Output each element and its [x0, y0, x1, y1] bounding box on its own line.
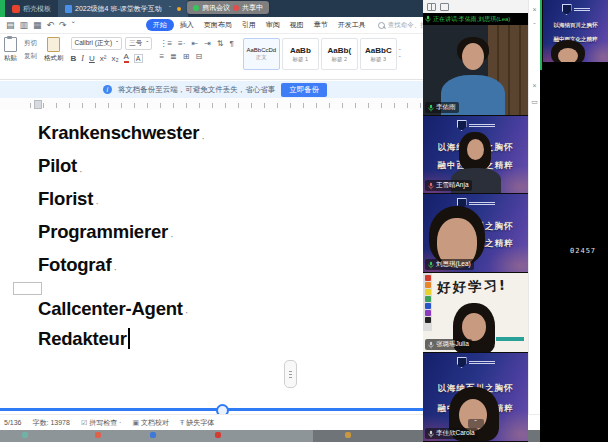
align-left-icon[interactable]: ≡ — [159, 52, 164, 61]
style-heading1[interactable]: AaBb 标题 1 — [282, 38, 319, 70]
floating-self-video[interactable]: 以海纳百川之胸怀 融中西文化之精粹 — [543, 0, 608, 62]
mic-muted-icon — [428, 182, 434, 190]
ribbon-tab-review[interactable]: 审阅 — [262, 19, 284, 31]
ribbon-tab-page-layout[interactable]: 页面布局 — [200, 19, 236, 31]
speaking-indicator-bar: 正在讲话:李佑雨,刘思琪(Lea) — [423, 13, 528, 25]
university-emblem — [457, 120, 495, 131]
proof-icon: ▣ — [132, 419, 139, 427]
unsaved-dot — [177, 7, 181, 11]
tab-label: 稻壳模板 — [23, 4, 51, 14]
ribbon-tab-section[interactable]: 章节 — [310, 19, 332, 31]
ribbon-tab-view[interactable]: 视图 — [286, 19, 308, 31]
word-count[interactable]: 字数: 13978 — [33, 418, 70, 428]
panel-header — [423, 0, 528, 13]
participant-video[interactable]: 好好学习! 张璐瑶Julia — [423, 273, 528, 352]
ribbon-tab-insert[interactable]: 插入 — [176, 19, 198, 31]
wps-side-panel-strip: × ˆ × ▭ — [528, 0, 540, 414]
ribbon-tabs: 开始 插入 页面布局 引用 审阅 视图 章节 开发工具 — [146, 19, 370, 31]
line-spacing-icon[interactable]: ⇅ — [217, 39, 224, 48]
save-icon[interactable]: ▤ — [6, 20, 15, 30]
indent-left-icon[interactable]: ⇤ — [191, 39, 198, 48]
participant-name-label: 张璐瑶Julia — [425, 339, 472, 350]
bold-button[interactable]: B — [71, 54, 77, 63]
layout-grid-icon[interactable] — [427, 3, 436, 11]
participant-name-label: 刘思琪(Lea) — [425, 259, 474, 270]
font-color-button[interactable]: A — [124, 53, 129, 63]
meeting-shield-icon — [193, 5, 199, 11]
taskbar-app-icon[interactable] — [95, 432, 101, 438]
justify-icon[interactable]: ≣ — [170, 52, 177, 61]
subscript-button[interactable]: x₂ — [111, 54, 118, 63]
collapse-up-icon[interactable]: ˆ — [533, 19, 535, 35]
participant-name-label: 李佑雨 — [425, 102, 459, 113]
close-icon[interactable]: × — [532, 3, 536, 19]
mic-icon — [428, 341, 434, 349]
marker-tray — [496, 337, 524, 341]
borders-icon[interactable]: ⊟ — [195, 52, 202, 61]
close-icon[interactable]: × — [532, 79, 536, 95]
more-icon[interactable]: ˇ — [72, 20, 75, 30]
taskbar-app-icon[interactable] — [150, 432, 156, 438]
taskbar-app-icon[interactable] — [22, 432, 28, 438]
spell-check-toggle[interactable]: ☑ 拼写检查 · — [81, 418, 122, 428]
taskbar-app-icon[interactable] — [345, 432, 351, 438]
tab-docer-templates[interactable]: 稻壳模板 — [5, 0, 58, 17]
print-icon[interactable]: ▥ — [20, 20, 29, 30]
export-icon[interactable]: ▦ — [33, 20, 42, 30]
format-painter-button[interactable]: 格式刷 — [44, 37, 64, 63]
undo-icon[interactable]: ↶ — [47, 20, 55, 30]
docer-icon — [12, 5, 20, 13]
numbering-icon[interactable]: ≡· — [178, 39, 185, 48]
meeting-share-pill[interactable]: 腾讯会议 共享中 — [187, 1, 269, 14]
shield-icon — [457, 357, 467, 368]
mic-icon — [428, 430, 434, 438]
ribbon-tab-references[interactable]: 引用 — [238, 19, 260, 31]
ribbon-tab-dev-tools[interactable]: 开发工具 — [334, 19, 370, 31]
doc-proof-toggle[interactable]: ▣ 文档校对 — [132, 418, 169, 428]
mic-icon — [428, 261, 434, 269]
gallery-down-icon[interactable]: ˇ — [399, 55, 401, 61]
recording-timer: 02457 — [570, 247, 596, 255]
underline-button[interactable]: U — [89, 54, 95, 63]
shield-icon — [457, 120, 467, 131]
pilcrow-icon[interactable]: ¶ — [230, 39, 234, 48]
shading-icon[interactable]: ⊞ — [183, 52, 190, 61]
font-size-select[interactable]: 三号 ˇ — [125, 37, 152, 50]
collapse-panel-chevron[interactable]: ˇ — [468, 419, 484, 428]
backup-now-button[interactable]: 立即备份 — [281, 83, 327, 97]
bullets-icon[interactable]: ⋮≡ — [159, 39, 172, 48]
search-icon — [378, 22, 385, 29]
share-status: 共享中 — [242, 3, 263, 13]
screen: 稻壳模板 2022级德4 班-课堂教学互动 ˇ + 腾讯会议 共享中 ▤ ▥ ▦… — [0, 0, 608, 442]
italic-button[interactable]: I — [81, 54, 84, 63]
sharing-icon — [233, 5, 239, 11]
redo-icon[interactable]: ↷ — [59, 20, 67, 30]
paste-button[interactable]: 粘贴 — [4, 37, 17, 63]
ribbon-tab-home[interactable]: 开始 — [146, 19, 174, 31]
missing-font-indicator[interactable]: Ŧ 缺失字体 — [180, 418, 214, 428]
banner-text: 以海纳百川之胸怀 — [543, 22, 608, 29]
panel-box-icon[interactable]: ▭ — [531, 95, 538, 111]
participant-video[interactable]: 李佑雨 — [423, 25, 528, 115]
participant-video[interactable]: 以海纳百川之胸怀 融中西文化之精粹 ˇ 李佳欣Carola — [423, 353, 528, 441]
style-normal[interactable]: AaBbCcDd 正文 — [243, 38, 280, 70]
cut-button[interactable]: 剪切 — [24, 39, 37, 48]
font-name-select[interactable]: Calibri (正文) ˇ — [71, 37, 123, 50]
university-emblem — [457, 357, 495, 368]
expand-icon[interactable] — [440, 3, 449, 11]
participant-video[interactable]: 以海纳百川之胸怀 融中西文化之精粹 王雪晴Anja — [423, 116, 528, 193]
dropdown-icon: ˇ — [146, 40, 148, 47]
indent-right-icon[interactable]: ⇥ — [204, 39, 211, 48]
checkbox-icon: ☑ — [81, 419, 87, 427]
tab-current-document[interactable]: 2022级德4 班-课堂教学互动 ˇ — [58, 0, 188, 17]
style-heading2[interactable]: AaBb( 标题 2 — [321, 38, 358, 70]
gallery-up-icon[interactable]: ˆ — [399, 48, 401, 54]
character-border-button[interactable]: A — [134, 54, 143, 63]
copy-button[interactable]: 复制 — [24, 52, 37, 61]
taskbar-app-icon[interactable] — [215, 432, 221, 438]
superscript-button[interactable]: x² — [100, 54, 107, 63]
style-heading3[interactable]: AaBbC 标题 3 — [360, 38, 397, 70]
paragraph-group: ⋮≡ ≡· ⇤ ⇥ ⇅ ¶ ≡ ≣ ⊞ ⊟ — [159, 37, 233, 61]
shield-icon — [562, 4, 572, 15]
participant-video[interactable]: 以海纳百川之胸怀 融中西文化之精粹 刘思琪(Lea) — [423, 194, 528, 272]
